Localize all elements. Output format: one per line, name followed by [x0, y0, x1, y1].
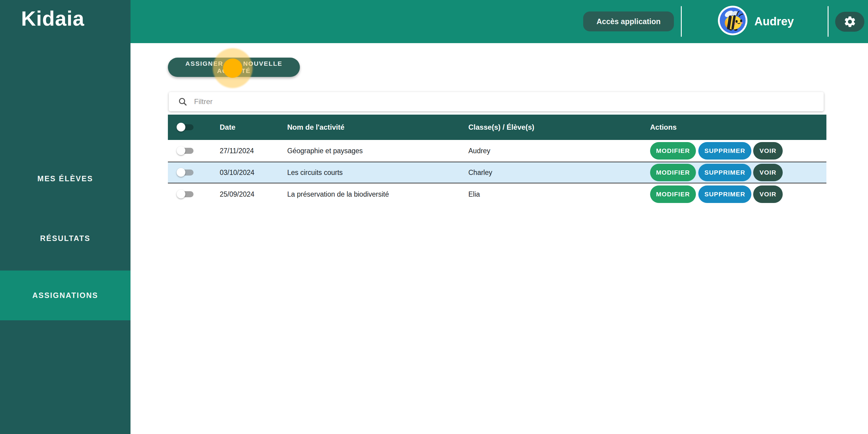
table-row: 25/09/2024 La préservation de la biodive…: [168, 183, 827, 205]
row-date: 25/09/2024: [220, 183, 254, 205]
row-activity: Les circuits courts: [287, 162, 343, 183]
assignments-table: Date Nom de l'activité Classe(s) / Élève…: [168, 115, 827, 205]
select-all-toggle[interactable]: [178, 124, 193, 130]
main-content: ASSIGNER UNE NOUVELLE ACTIVITÉ Date Nom …: [130, 43, 868, 434]
row-toggle[interactable]: [178, 148, 193, 154]
settings-button[interactable]: [835, 12, 864, 32]
table-row-selected: 03/10/2024 Les circuits courts Charley M…: [168, 162, 827, 183]
column-header-actions: Actions: [650, 115, 677, 140]
app-logo: Kidaia: [21, 7, 84, 30]
row-toggle[interactable]: [178, 170, 193, 176]
column-header-date: Date: [220, 115, 236, 140]
top-header: Accès application: [130, 0, 868, 43]
toggle-knob: [177, 168, 185, 177]
sidebar-item-resultats[interactable]: RÉSULTATS: [0, 223, 130, 253]
row-toggle[interactable]: [178, 191, 193, 197]
column-header-students: Classe(s) / Élève(s): [468, 115, 534, 140]
gear-icon: [843, 15, 857, 28]
modify-button[interactable]: MODIFIER: [650, 164, 696, 181]
table-row: 27/11/2024 Géographie et paysages Audrey…: [168, 140, 827, 162]
view-button[interactable]: VOIR: [753, 142, 783, 160]
header-divider: [828, 6, 829, 37]
delete-button[interactable]: SUPPRIMER: [698, 185, 751, 203]
search-icon: [178, 97, 187, 107]
row-activity: La préservation de la biodiversité: [287, 183, 389, 205]
delete-button[interactable]: SUPPRIMER: [698, 142, 751, 160]
view-button[interactable]: VOIR: [753, 164, 783, 181]
delete-button[interactable]: SUPPRIMER: [698, 164, 751, 181]
modify-button[interactable]: MODIFIER: [650, 185, 696, 203]
row-date: 27/11/2024: [220, 140, 254, 162]
sidebar-item-assignations[interactable]: ASSIGNATIONS: [0, 270, 130, 320]
row-students: Charley: [468, 162, 492, 183]
header-divider: [681, 6, 682, 37]
row-students: Elia: [468, 183, 480, 205]
view-button[interactable]: VOIR: [753, 185, 783, 203]
sidebar-item-mes-eleves[interactable]: MES ÉLÈVES: [0, 164, 130, 194]
modify-button[interactable]: MODIFIER: [650, 142, 696, 160]
column-header-activity: Nom de l'activité: [287, 115, 344, 140]
assign-new-activity-button[interactable]: ASSIGNER UNE NOUVELLE ACTIVITÉ: [168, 58, 300, 77]
row-date: 03/10/2024: [220, 162, 254, 183]
access-application-button[interactable]: Accès application: [583, 11, 674, 31]
row-students: Audrey: [468, 140, 490, 162]
toggle-knob: [177, 123, 185, 132]
filter-bar: [169, 92, 824, 111]
sidebar: Kidaia MES ÉLÈVES RÉSULTATS ASSIGNATIONS: [0, 0, 130, 434]
toggle-knob: [177, 146, 185, 155]
toggle-knob: [177, 190, 185, 198]
avatar[interactable]: [718, 5, 748, 36]
row-activity: Géographie et paysages: [287, 140, 363, 162]
kidaia-app: Kidaia MES ÉLÈVES RÉSULTATS ASSIGNATIONS…: [0, 0, 868, 434]
user-name: Audrey: [754, 0, 794, 43]
bee-avatar-icon: [718, 5, 748, 36]
table-header-row: Date Nom de l'activité Classe(s) / Élève…: [168, 115, 827, 140]
filter-input[interactable]: [194, 93, 818, 111]
